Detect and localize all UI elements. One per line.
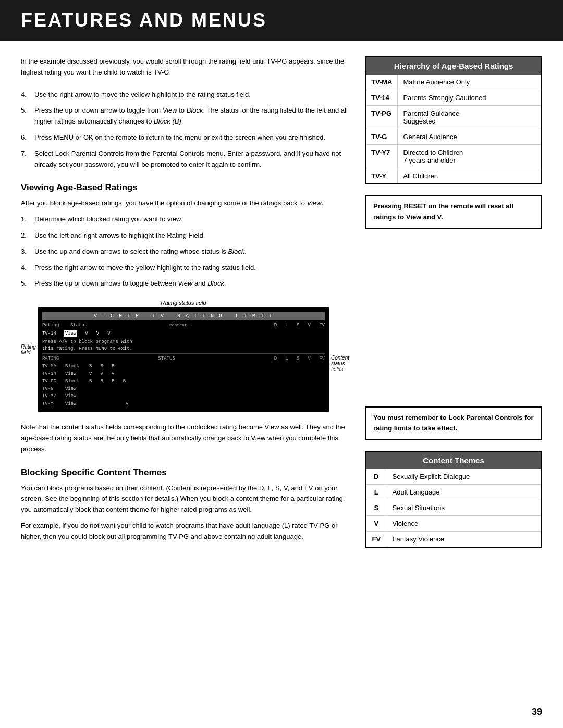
rating-code: TV-14 xyxy=(366,90,398,106)
rating-desc: Directed to Children7 years and older xyxy=(398,145,541,168)
table-row: S Sexual Situations xyxy=(366,500,541,516)
step-number: 5. xyxy=(21,105,30,127)
step-number: 1. xyxy=(21,214,30,225)
rating-desc: All Children xyxy=(398,168,541,184)
rating-code: TV-PG xyxy=(366,106,398,129)
table-row: TV-Y All Children xyxy=(366,168,541,184)
hierarchy-table: TV-MA Mature Audience Only TV-14 Parents… xyxy=(366,75,541,183)
step-text: Use the up and down arrows to select the… xyxy=(34,246,247,257)
steps-list-top: 4. Use the right arrow to move the yello… xyxy=(21,90,349,170)
tv-row-tvma: TV-MABlockB B B xyxy=(42,363,325,370)
rating-status-label: Rating status field xyxy=(38,300,329,306)
rating-code: TV-Y7 xyxy=(366,145,398,168)
tv-right-labels: Contentstatusfields xyxy=(331,339,349,372)
theme-desc: Fantasy Violence xyxy=(387,532,541,547)
table-row: L Adult Language xyxy=(366,485,541,500)
header-banner: FEATURES AND MENUS xyxy=(0,0,563,41)
viewing-section-intro: After you block age-based ratings, you h… xyxy=(21,198,349,209)
tv-screen-area: Rating status field V – C H I P T V R A … xyxy=(38,300,329,412)
tv-lower-header: RATING STATUS D L S V FV xyxy=(42,355,325,363)
step-text: Determine which blocked rating you want … xyxy=(34,214,182,225)
rating-field-label: Ratingfield xyxy=(21,344,36,355)
tv-highlight-row: TV-14 View V V V xyxy=(42,330,325,338)
right-column: Hierarchy of Age-Based Ratings TV-MA Mat… xyxy=(365,56,542,558)
list-item: 7. Select Lock Parental Controls from th… xyxy=(21,149,349,170)
tv-message: Press ^/v to block programs withthis rat… xyxy=(42,339,325,352)
tv-row-tvy: TV-YView V xyxy=(42,400,325,408)
content-status-label: Contentstatusfields xyxy=(331,355,349,372)
step-text: Press the up or down arrow to toggle fro… xyxy=(34,105,349,127)
content-themes-title: Content Themes xyxy=(366,452,541,469)
step-text: Press the up or down arrows to toggle be… xyxy=(34,278,226,289)
rating-code: TV-G xyxy=(366,129,398,145)
table-row: TV-G General Audience xyxy=(366,129,541,145)
tv-row-tvg: TV-GView xyxy=(42,385,325,392)
rating-code: TV-MA xyxy=(366,75,398,90)
spacer xyxy=(365,240,542,406)
page-number: 39 xyxy=(532,707,542,718)
left-column: In the example discussed previously, you… xyxy=(21,56,349,558)
list-item: 4. Press the right arrow to move the yel… xyxy=(21,263,349,274)
theme-code: V xyxy=(366,516,387,532)
list-item: 4. Use the right arrow to move the yello… xyxy=(21,90,349,101)
list-item: 2. Use the left and right arrows to high… xyxy=(21,230,349,241)
page-content: In the example discussed previously, you… xyxy=(0,41,563,574)
theme-desc: Sexual Situations xyxy=(387,500,541,516)
lock-note-text: You must remember to Lock Parental Contr… xyxy=(373,414,533,433)
tv-header-row: Rating Status content → D L S V FV xyxy=(42,322,325,329)
step-number: 2. xyxy=(21,230,30,241)
reset-note-box: Pressing RESET on the remote will reset … xyxy=(365,195,542,229)
step-text: Use the left and right arrows to highlig… xyxy=(34,230,205,241)
hierarchy-box: Hierarchy of Age-Based Ratings TV-MA Mat… xyxy=(365,56,542,184)
theme-desc: Sexually Explicit Dialogue xyxy=(387,469,541,485)
rating-desc: Mature Audience Only xyxy=(398,75,541,90)
list-item: 6. Press MENU or OK on the remote to ret… xyxy=(21,132,349,143)
rating-desc: Parents Strongly Cautioned xyxy=(398,90,541,106)
tv-row-tvpg: TV-PGBlockB B B B xyxy=(42,378,325,385)
table-row: D Sexually Explicit Dialogue xyxy=(366,469,541,485)
step-number: 5. xyxy=(21,278,30,289)
tv-lower-rows: TV-MABlockB B B TV-14ViewV V V TV-PGBloc… xyxy=(42,363,325,408)
step-text: Select Lock Parental Controls from the P… xyxy=(34,149,349,170)
step-text: Use the right arrow to move the yellow h… xyxy=(34,90,251,101)
theme-desc: Violence xyxy=(387,516,541,532)
theme-code: FV xyxy=(366,532,387,547)
theme-desc: Adult Language xyxy=(387,485,541,500)
page-title: FEATURES AND MENUS xyxy=(21,9,542,31)
tv-screen-container: Ratingfield Rating status field V – C H … xyxy=(21,300,349,412)
blocking-para2: For example, if you do not want your chi… xyxy=(21,521,349,542)
intro-paragraph: In the example discussed previously, you… xyxy=(21,56,349,78)
step-number: 7. xyxy=(21,149,30,170)
table-row: TV-MA Mature Audience Only xyxy=(366,75,541,90)
blocking-para1: You can block programs based on their co… xyxy=(21,483,349,515)
hierarchy-box-title: Hierarchy of Age-Based Ratings xyxy=(366,57,541,75)
table-row: TV-PG Parental GuidanceSuggested xyxy=(366,106,541,129)
content-themes-box: Content Themes D Sexually Explicit Dialo… xyxy=(365,451,542,548)
reset-note-text: Pressing RESET on the remote will reset … xyxy=(373,202,513,221)
step-number: 3. xyxy=(21,246,30,257)
table-row: TV-Y7 Directed to Children7 years and ol… xyxy=(366,145,541,168)
rating-desc: General Audience xyxy=(398,129,541,145)
step-text: Press MENU or OK on the remote to return… xyxy=(34,132,325,143)
tv-title-bar: V – C H I P T V R A T I N G L I M I T xyxy=(42,312,325,320)
step-number: 4. xyxy=(21,90,30,101)
tv-left-labels: Ratingfield xyxy=(21,344,36,368)
step-number: 4. xyxy=(21,263,30,274)
tv-screen: V – C H I P T V R A T I N G L I M I T Ra… xyxy=(38,307,329,412)
viewing-note: Note that the content status fields corr… xyxy=(21,422,349,454)
list-item: 3. Use the up and down arrows to select … xyxy=(21,246,349,257)
theme-code: D xyxy=(366,469,387,485)
content-themes-table: D Sexually Explicit Dialogue L Adult Lan… xyxy=(366,469,541,547)
theme-code: S xyxy=(366,500,387,516)
tv-row-tv14: TV-14ViewV V V xyxy=(42,370,325,377)
theme-code: L xyxy=(366,485,387,500)
viewing-steps-list: 1. Determine which blocked rating you wa… xyxy=(21,214,349,289)
table-row: TV-14 Parents Strongly Cautioned xyxy=(366,90,541,106)
tv-row-tvy7: TV-Y7View xyxy=(42,392,325,400)
step-text: Press the right arrow to move the yellow… xyxy=(34,263,256,274)
rating-desc: Parental GuidanceSuggested xyxy=(398,106,541,129)
lock-note-box: You must remember to Lock Parental Contr… xyxy=(365,406,542,441)
list-item: 5. Press the up or down arrow to toggle … xyxy=(21,105,349,127)
table-row: V Violence xyxy=(366,516,541,532)
step-number: 6. xyxy=(21,132,30,143)
